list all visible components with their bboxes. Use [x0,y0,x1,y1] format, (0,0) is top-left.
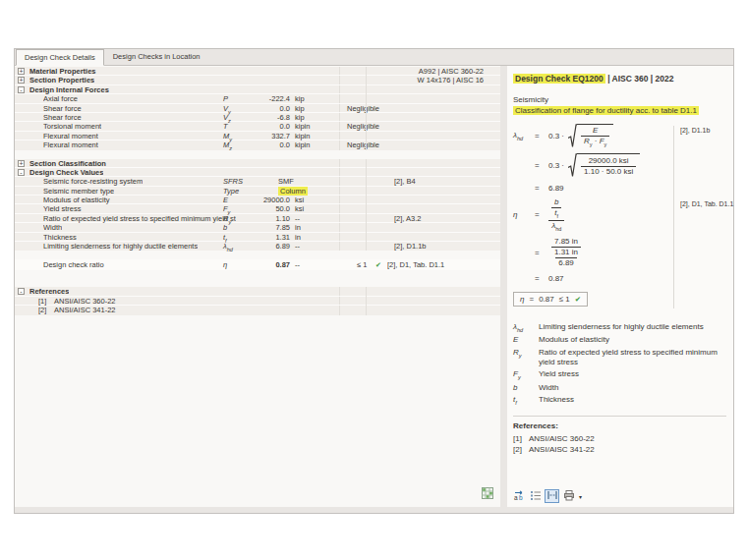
row-note: A992 | AISC 360-22 [419,67,484,77]
substitute-values-icon: a b [513,489,525,504]
table-row[interactable]: + Section Properties W 14x176 | AISC 16 [15,76,500,84]
row-label: Width [43,223,62,233]
row-label: Design Internal Forces [29,85,109,95]
table-row[interactable]: - References [15,287,500,296]
symbol-legend: λhd Limiting slenderness for highly duct… [513,322,728,405]
row-label: Yield stress [43,204,82,214]
row-unit: ksi [295,204,304,214]
row-symbol: Mz [223,140,232,153]
table-row[interactable]: Torsional moment T 0.0 kipin Negligible [15,122,500,131]
page-layout-button[interactable] [545,489,559,503]
table-row[interactable]: Shear force Vy 0.0 kip Negligible [15,104,500,113]
table-row[interactable]: Seismic member type Type Column [15,187,500,196]
row-unit: kipin [295,140,310,150]
legend-item: λhd Limiting slenderness for highly duct… [513,322,728,333]
design-check-title: Design Check EQ1200 | AISC 360 | 2022 [513,74,728,84]
panel-divider[interactable] [500,66,507,507]
row-unit: kip [295,104,305,114]
row-unit: -- [295,214,300,224]
row-label: Limiting slenderness for highly ductile … [43,242,198,252]
table-row[interactable]: Modulus of elasticity E 29000.0 ksi [15,196,500,204]
table-row[interactable]: + Material Properties A992 | AISC 360-22 [15,67,500,76]
export-table-button[interactable] [480,488,494,502]
classification-label: Classification of flange for ductility a… [513,106,728,115]
row-label: Ratio of expected yield stress to specif… [43,214,236,224]
table-row[interactable]: Width b 7.85 in [15,223,500,232]
table-row[interactable]: [2] ANSI/AISC 341-22 [15,306,500,314]
table-row[interactable]: Flexural moment My 332.7 kipin [15,132,500,140]
expand-icon[interactable]: + [18,68,25,75]
formula-zone: [2], D1.1b λhd = 0.3 · E Ry · Fy [513,124,728,312]
table-row[interactable]: [1] ANSI/AISC 360-22 [15,297,500,306]
reference-number: [2] [38,306,46,315]
row-label: Design Check Values [29,168,103,178]
row-reference: [2], A3.2 [394,214,422,224]
print-button[interactable] [561,489,576,503]
svg-text:a: a [514,494,518,501]
detailed-report-icon [530,489,542,504]
row-label: Shear force [43,104,82,114]
row-value-highlighted: Column [278,187,308,196]
row-value: 0.87 [237,259,290,270]
row-value: 7.85 [237,223,290,233]
row-value: 0.0 [237,122,290,132]
table-row[interactable]: + Section Classification [15,159,500,168]
row-label: Flexural moment [43,132,98,141]
table-row[interactable]: Yield stress Fy 50.0 ksi [15,204,500,213]
row-label: Thickness [43,233,77,243]
references-section: References: [1] ANSI/AISC 360-22 [2] ANS… [513,421,728,455]
row-symbol: P [223,94,228,104]
collapse-icon[interactable]: - [18,288,25,295]
tab-bar: Design Check Details Design Checks in Lo… [15,49,733,66]
print-menu-caret-icon[interactable]: ▾ [579,493,582,500]
row-symbol: SFRS [223,177,243,187]
table-row[interactable]: Thickness tf 1.31 in [15,233,500,242]
tab-design-checks-in-location[interactable]: Design Checks in Location [104,48,209,65]
check-passed-icon: ✔ [575,295,581,304]
substitute-values-button[interactable]: a b [511,489,526,503]
export-table-icon [482,487,493,502]
legend-item: Ry Ratio of expected yield stress to spe… [513,348,728,367]
row-unit: -- [295,259,300,270]
collapse-icon[interactable]: - [18,169,25,176]
row-comment: Negligible [347,104,379,114]
table-row[interactable]: Shear force Vz -6.8 kip [15,113,500,122]
legend-item: b Width [513,383,728,393]
collapse-icon[interactable]: - [18,86,25,93]
page-layout-icon [546,489,558,504]
expand-icon[interactable]: + [18,160,25,167]
row-label: Seismic member type [43,187,114,196]
row-symbol: b [223,223,227,233]
tab-design-check-details[interactable]: Design Check Details [16,49,104,66]
detailed-report-button[interactable] [528,489,543,503]
table-row[interactable]: - Design Check Values [15,168,500,177]
formula-toolbar: a b [511,489,582,503]
legend-item: Fy Yield stress [513,369,728,380]
row-value: -6.8 [237,113,290,123]
content-area: + Material Properties A992 | AISC 360-22… [15,66,733,507]
row-unit: kip [295,113,305,123]
row-unit: kipin [295,122,310,132]
table-row[interactable]: Seismic force-resisting system SFRS SMF … [15,177,500,186]
table-row[interactable]: Limiting slenderness for highly ductile … [15,242,500,251]
svg-text:b: b [519,494,523,501]
reference-number: [1] [38,297,46,307]
row-unit: in [295,223,301,233]
row-reference: [2], B4 [394,177,416,187]
row-label: Torsional moment [43,122,101,132]
table-row[interactable]: Ratio of expected yield stress to specif… [15,214,500,223]
print-icon [563,489,575,504]
expand-icon[interactable]: + [18,77,25,84]
design-check-ratio-row[interactable]: Design check ratio η 0.87 -- ≤ 1 ✔ [2], … [15,259,500,270]
table-section-block: + Material Properties A992 | AISC 360-22… [15,67,500,150]
table-row[interactable]: Axial force P -222.4 kip [15,94,500,103]
row-label: References [29,287,69,297]
row-unit: kip [295,94,305,104]
table-row[interactable]: - Design Internal Forces [15,85,500,94]
table-row[interactable]: Flexural moment Mz 0.0 kipin Negligible [15,140,500,149]
row-value: 332.7 [237,132,290,141]
row-value: 0.0 [237,104,290,114]
row-unit: in [295,233,301,243]
design-check-result-box: η = 0.87 ≤ 1 ✔ [513,292,588,307]
row-value: -222.4 [237,94,290,104]
